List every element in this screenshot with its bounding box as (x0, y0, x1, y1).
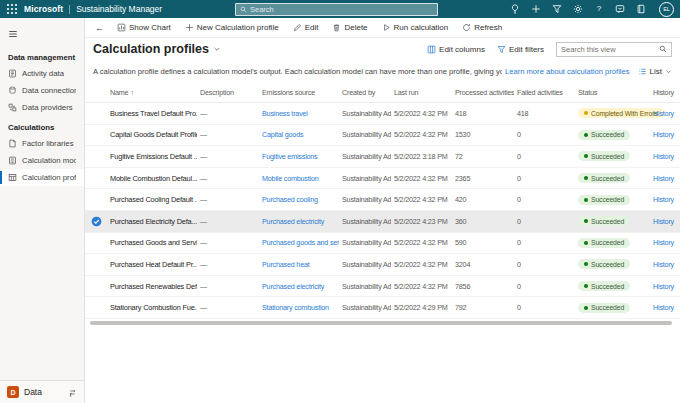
table-row[interactable]: Fugitive Emissions Default ...—Fugitive … (85, 146, 680, 168)
history-link[interactable]: History (653, 195, 674, 204)
delete-button[interactable]: Delete (325, 18, 374, 37)
cell-failed: 0 (514, 130, 575, 139)
avatar[interactable]: EL (659, 2, 674, 17)
history-link[interactable]: History (653, 152, 674, 161)
switch-environment-icon[interactable] (68, 388, 77, 397)
emissions-source-link[interactable]: Purchased cooling (262, 195, 318, 204)
emissions-source-link[interactable]: Purchased electricity (262, 282, 324, 291)
edit-button[interactable]: Edit (286, 18, 326, 37)
show-chart-button[interactable]: Show Chart (110, 18, 178, 37)
calculation-models-icon (8, 156, 17, 165)
view-search-input[interactable] (561, 45, 656, 54)
view-type-selector[interactable]: List (630, 67, 672, 76)
page-title: Calculation profiles (93, 42, 209, 56)
sidebar-item-calculation-models[interactable]: Calculation models (0, 152, 84, 169)
cell-status: Succeeded (575, 216, 650, 226)
cell-history: History (650, 174, 680, 183)
history-link[interactable]: History (653, 109, 674, 118)
emissions-source-link[interactable]: Stationary combustion (262, 303, 329, 312)
edit-pencil-icon (293, 23, 302, 32)
history-link[interactable]: History (653, 260, 674, 269)
global-search[interactable] (235, 3, 438, 16)
cell-processed: 418 (452, 109, 514, 118)
learn-more-link[interactable]: Learn more about calculation profiles (505, 67, 630, 76)
cell-last-run: 5/2/2022 4:23 PM (391, 217, 452, 226)
sidebar-item-data-providers[interactable]: Data providers (0, 99, 84, 116)
hamburger-menu-icon[interactable] (0, 18, 84, 46)
column-header-failed-activities[interactable]: Failed activities (514, 88, 575, 97)
column-header-history[interactable]: History (650, 88, 680, 97)
table-row[interactable]: Capital Goods Default Profile—Capital go… (85, 125, 680, 147)
environment-badge: D (7, 386, 19, 398)
cell-emissions-source: Purchased heat (259, 260, 339, 269)
factor-libraries-icon (8, 139, 17, 148)
sidebar-item-factor-libraries[interactable]: Factor libraries (0, 135, 84, 152)
guide-book-icon[interactable] (636, 4, 646, 14)
history-link[interactable]: History (653, 174, 674, 183)
environment-picker[interactable]: D Data (0, 380, 84, 403)
sidebar-item-data-connections[interactable]: Data connections (0, 82, 84, 99)
horizontal-scrollbar[interactable] (90, 321, 672, 325)
run-calculation-button[interactable]: Run calculation (375, 18, 456, 37)
status-dot-icon (584, 262, 588, 266)
global-search-input[interactable] (250, 5, 433, 14)
app-name: Sustainability Manager (76, 4, 162, 14)
feedback-icon[interactable] (615, 4, 625, 14)
history-link[interactable]: History (653, 303, 674, 312)
history-link[interactable]: History (653, 282, 674, 291)
column-header-processed-activities[interactable]: Processed activities (452, 88, 514, 97)
history-link[interactable]: History (653, 238, 674, 247)
filter-icon[interactable] (552, 4, 562, 14)
column-header-created-by[interactable]: Created by (339, 88, 391, 97)
add-icon[interactable] (531, 4, 541, 14)
column-header-name[interactable]: Name↑ (107, 88, 197, 97)
edit-filters-button[interactable]: Edit filters (497, 45, 544, 54)
emissions-source-link[interactable]: Purchased electricity (262, 217, 324, 226)
view-selector-chevron-icon[interactable] (213, 45, 221, 53)
emissions-source-link[interactable]: Purchased heat (262, 260, 310, 269)
cell-name: Capital Goods Default Profile (107, 130, 197, 139)
emissions-source-link[interactable]: Mobile combustion (262, 174, 319, 183)
add-icon (185, 23, 194, 32)
table-row[interactable]: Purchased Cooling Default ...—Purchased … (85, 189, 680, 211)
emissions-source-link[interactable]: Fugitive emissions (262, 152, 318, 161)
table-row[interactable]: Mobile Combustion Defaul...—Mobile combu… (85, 168, 680, 190)
settings-gear-icon[interactable] (573, 4, 583, 14)
cell-history: History (650, 195, 680, 204)
column-header-status[interactable]: Status (575, 88, 650, 97)
emissions-source-link[interactable]: Purchased goods and services... (262, 238, 339, 247)
table-row[interactable]: Purchased Electricity Defa...—Purchased … (85, 211, 680, 233)
app-window: Microsoft Sustainability Manager ? EL Da… (0, 0, 680, 403)
column-header-description[interactable]: Description (197, 88, 259, 97)
sidebar: Data management Activity data Data conne… (0, 18, 85, 403)
cell-last-run: 5/2/2022 4:32 PM (391, 109, 452, 118)
help-icon[interactable]: ? (594, 4, 604, 14)
back-button[interactable]: ← (89, 23, 110, 33)
cell-emissions-source: Mobile combustion (259, 174, 339, 183)
cell-description: — (197, 130, 259, 139)
table-row[interactable]: Purchased Goods and Servi...—Purchased g… (85, 233, 680, 255)
emissions-source-link[interactable]: Capital goods (262, 130, 303, 139)
column-header-last-run[interactable]: Last run (391, 88, 452, 97)
view-search[interactable] (556, 42, 672, 57)
sidebar-item-calculation-profiles[interactable]: Calculation profiles (0, 169, 84, 186)
table-row[interactable]: Purchased Renewables Def...—Purchased el… (85, 276, 680, 298)
waffle-icon[interactable] (6, 3, 18, 15)
edit-columns-button[interactable]: Edit columns (427, 45, 485, 54)
emissions-source-link[interactable]: Business travel (262, 109, 308, 118)
column-header-emissions-source[interactable]: Emissions source (259, 88, 339, 97)
history-link[interactable]: History (653, 217, 674, 226)
table-row[interactable]: Stationary Combustion Fue...—Stationary … (85, 297, 680, 319)
new-calculation-profile-button[interactable]: New Calculation profile (178, 18, 286, 37)
history-link[interactable]: History (653, 130, 674, 139)
status-dot-icon (584, 241, 588, 245)
status-badge: Succeeded (578, 173, 630, 183)
row-selected-check[interactable] (85, 216, 107, 227)
table-row[interactable]: Business Travel Default Pro...—Business … (85, 103, 680, 125)
table-row[interactable]: Purchased Heat Default Pr...—Purchased h… (85, 254, 680, 276)
refresh-button[interactable]: Refresh (455, 18, 509, 37)
view-search-icon (659, 45, 667, 53)
lightbulb-icon[interactable] (510, 4, 520, 14)
sidebar-item-activity-data[interactable]: Activity data (0, 65, 84, 82)
cell-last-run: 5/2/2022 4:32 PM (391, 174, 452, 183)
